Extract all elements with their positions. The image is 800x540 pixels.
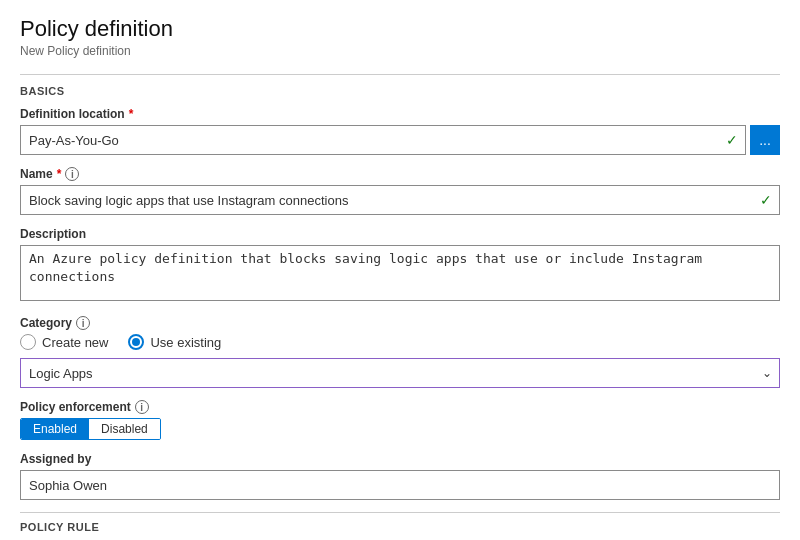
- page-container: Policy definition New Policy definition …: [0, 0, 800, 540]
- definition-location-label: Definition location *: [20, 107, 780, 121]
- use-existing-radio[interactable]: [128, 334, 144, 350]
- description-group: Description An Azure policy definition t…: [20, 227, 780, 304]
- category-select-wrapper: Logic Apps ⌄: [20, 358, 780, 388]
- required-indicator: *: [129, 107, 134, 121]
- section-divider: [20, 74, 780, 75]
- name-check-icon: ✓: [760, 192, 772, 208]
- page-title: Policy definition: [20, 16, 780, 42]
- description-label: Description: [20, 227, 780, 241]
- name-label: Name * i: [20, 167, 780, 181]
- name-group: Name * i ✓: [20, 167, 780, 215]
- page-subtitle: New Policy definition: [20, 44, 780, 58]
- category-info-icon[interactable]: i: [76, 316, 90, 330]
- definition-location-input[interactable]: [20, 125, 746, 155]
- category-group: Category i Create new Use existing Logic…: [20, 316, 780, 388]
- policy-rule-divider: [20, 512, 780, 513]
- category-select[interactable]: Logic Apps: [20, 358, 780, 388]
- category-use-existing[interactable]: Use existing: [128, 334, 221, 350]
- create-new-radio[interactable]: [20, 334, 36, 350]
- assigned-by-input[interactable]: [20, 470, 780, 500]
- policy-rule-section: POLICY RULE ↧ Import sample policy defin…: [20, 512, 780, 540]
- basics-section-label: BASICS: [20, 85, 780, 97]
- assigned-by-group: Assigned by: [20, 452, 780, 500]
- name-info-icon[interactable]: i: [65, 167, 79, 181]
- definition-location-row: ✓ ...: [20, 125, 780, 155]
- policy-enforcement-label: Policy enforcement i: [20, 400, 780, 414]
- policy-enforcement-group: Policy enforcement i Enabled Disabled: [20, 400, 780, 440]
- category-radio-group: Create new Use existing: [20, 334, 780, 350]
- name-input-wrapper: ✓: [20, 185, 780, 215]
- policy-enforcement-toggle: Enabled Disabled: [20, 418, 161, 440]
- toggle-enabled-button[interactable]: Enabled: [21, 419, 89, 439]
- create-new-label: Create new: [42, 335, 108, 350]
- assigned-by-label: Assigned by: [20, 452, 780, 466]
- category-create-new[interactable]: Create new: [20, 334, 108, 350]
- category-label: Category i: [20, 316, 780, 330]
- definition-location-group: Definition location * ✓ ...: [20, 107, 780, 155]
- policy-rule-section-label: POLICY RULE: [20, 521, 780, 533]
- check-icon: ✓: [726, 132, 738, 148]
- use-existing-label: Use existing: [150, 335, 221, 350]
- definition-location-input-wrapper: ✓: [20, 125, 746, 155]
- toggle-disabled-button[interactable]: Disabled: [89, 419, 160, 439]
- description-input[interactable]: An Azure policy definition that blocks s…: [20, 245, 780, 301]
- browse-button[interactable]: ...: [750, 125, 780, 155]
- name-input[interactable]: [20, 185, 780, 215]
- name-required-indicator: *: [57, 167, 62, 181]
- policy-enforcement-info-icon[interactable]: i: [135, 400, 149, 414]
